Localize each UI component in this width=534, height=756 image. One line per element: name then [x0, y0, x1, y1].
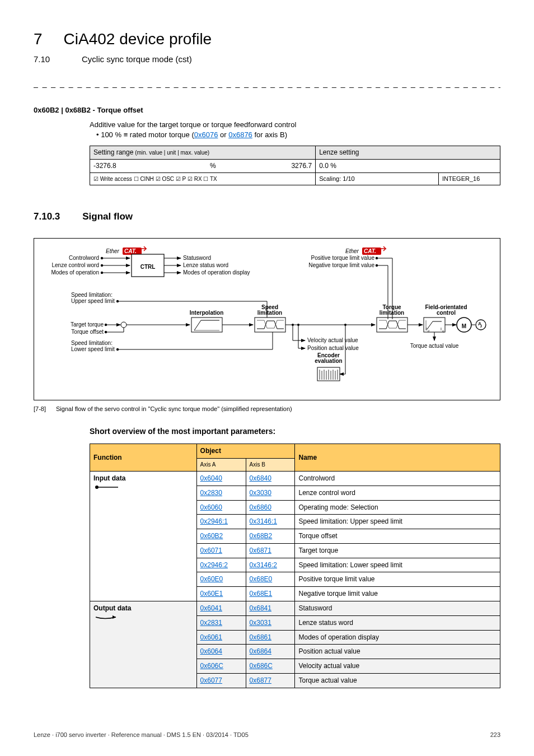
output-data-label: Output data	[93, 604, 131, 612]
svg-rect-49	[377, 318, 407, 332]
label-statusword: Statusword	[183, 255, 211, 261]
label-speed-upper: Upper speed limit	[71, 298, 115, 304]
link-0x6076[interactable]: 0x6076	[194, 130, 218, 139]
section-number: 7.10	[34, 53, 60, 65]
access-flags: ☑ Write access ☐ CINH ☑ OSC ☑ P ☑ RX ☐ T…	[93, 176, 217, 182]
svg-text:q: q	[442, 329, 444, 333]
link-0x6060[interactable]: 0x6060	[200, 503, 222, 511]
link-0x6860[interactable]: 0x6860	[250, 503, 271, 511]
setting-scaling: Scaling: 1/10	[316, 172, 439, 185]
link-0x606C[interactable]: 0x606C	[200, 662, 223, 670]
link-0x6864[interactable]: 0x6864	[250, 647, 271, 655]
link-0x2946:1[interactable]: 0x2946:1	[200, 517, 228, 525]
link-0x2831[interactable]: 0x2831	[200, 619, 222, 627]
svg-rect-28	[255, 318, 285, 332]
bullet-text-post: for axis B)	[252, 130, 287, 139]
label-enc2: evaluation	[315, 358, 342, 364]
param-name: Lenze status word	[295, 615, 500, 630]
subsection-title: Signal flow	[82, 210, 133, 223]
label-foc2: control	[437, 310, 456, 316]
svg-text:CAT.: CAT.	[364, 248, 376, 254]
footer-left: Lenze · i700 servo inverter · Reference …	[34, 731, 249, 739]
footer-pagenum: 223	[490, 731, 500, 739]
subsection-number: 7.10.3	[34, 210, 60, 223]
overview-table: Function Object Name Axis A Axis B Input…	[90, 444, 500, 688]
link-0x3030[interactable]: 0x3030	[250, 489, 271, 497]
label-neg-tq-lim: Negative torque limit value	[308, 262, 374, 268]
chapter-number: 7	[34, 28, 43, 50]
svg-text:d: d	[428, 329, 429, 333]
link-0x6061[interactable]: 0x6061	[200, 633, 222, 641]
param-name: Lenze control word	[295, 486, 500, 500]
param-name: Positive torque limit value	[295, 572, 500, 587]
separator-dashes: _ _ _ _ _ _ _ _ _ _ _ _ _ _ _ _ _ _ _ _ …	[34, 78, 500, 90]
svg-point-63	[95, 486, 99, 489]
param-name: Modes of operation display	[295, 630, 500, 645]
input-data-cell: Input data	[90, 471, 197, 601]
setting-default: 0.0 %	[316, 160, 500, 173]
signal-flow-diagram: Ether CAT. Ether CAT. Controlword Lenze …	[34, 238, 500, 400]
svg-point-31	[292, 324, 294, 326]
settings-table: Setting range (min. value | unit | max. …	[90, 146, 500, 185]
parameter-description-block: Additive value for the target torque or …	[90, 120, 500, 185]
label-controlword: Controlword	[69, 255, 99, 261]
setting-range-label: Setting range	[93, 148, 133, 156]
link-0x686C[interactable]: 0x686C	[250, 662, 273, 670]
link-0x6876[interactable]: 0x6876	[228, 130, 252, 139]
link-0x3031[interactable]: 0x3031	[250, 619, 271, 627]
param-name: Torque actual value	[295, 674, 500, 688]
link-0x6841[interactable]: 0x6841	[250, 604, 271, 612]
parameter-description: Additive value for the target torque or …	[90, 120, 500, 130]
link-0x2946:2[interactable]: 0x2946:2	[200, 561, 228, 569]
label-speed-upper-t: Speed limitation:	[71, 292, 113, 298]
link-0x68B2[interactable]: 0x68B2	[250, 532, 273, 540]
link-0x68E1[interactable]: 0x68E1	[250, 590, 273, 598]
param-name: Target torque	[295, 543, 500, 558]
label-lenze-status: Lenze status word	[183, 262, 228, 268]
svg-text:Ether: Ether	[106, 248, 120, 254]
link-0x60E1[interactable]: 0x60E1	[200, 590, 223, 598]
bullet-text-mid: or	[218, 130, 228, 139]
link-0x6877[interactable]: 0x6877	[250, 676, 271, 684]
link-0x6077[interactable]: 0x6077	[200, 676, 222, 684]
param-name: Torque offset	[295, 529, 500, 544]
label-target-tq: Target torque	[71, 321, 104, 328]
setting-range-header: Setting range (min. value | unit | max. …	[90, 146, 316, 160]
section-title: Cyclic sync torque mode (cst)	[82, 53, 192, 65]
label-speed-lim2: limitation	[257, 310, 282, 316]
setting-range-sub: (min. value | unit | max. value)	[133, 150, 209, 156]
chapter-header: 7 CiA402 device profile	[34, 28, 500, 50]
th-function: Function	[90, 444, 197, 472]
label-speed-lower-t: Speed limitation:	[71, 340, 113, 346]
input-data-label: Input data	[93, 474, 125, 482]
label-modes-op: Modes of operation	[51, 269, 99, 276]
link-0x6064[interactable]: 0x6064	[200, 647, 222, 655]
arrow-out-icon	[93, 613, 121, 621]
link-0x60E0[interactable]: 0x60E0	[200, 575, 223, 583]
link-0x60B2[interactable]: 0x60B2	[200, 532, 223, 540]
section-header: 7.10 Cyclic sync torque mode (cst)	[34, 53, 500, 65]
arrow-in-icon	[93, 483, 121, 491]
link-0x6840[interactable]: 0x6840	[250, 474, 271, 482]
link-0x6041[interactable]: 0x6041	[200, 604, 222, 612]
link-0x2830[interactable]: 0x2830	[200, 489, 222, 497]
page-footer: Lenze · i700 servo inverter · Reference …	[34, 731, 500, 739]
link-0x6871[interactable]: 0x6871	[250, 547, 271, 554]
link-0x6040[interactable]: 0x6040	[200, 474, 222, 482]
bullet-text-pre: • 100 % ≡ rated motor torque (	[96, 130, 194, 139]
svg-text:I: I	[426, 327, 427, 331]
label-tq-actual: Torque actual value	[410, 343, 459, 349]
link-0x3146:1[interactable]: 0x3146:1	[250, 517, 277, 525]
link-0x68E0[interactable]: 0x68E0	[250, 575, 273, 583]
th-axis-b: Axis B	[246, 458, 295, 471]
motor-symbol: M	[462, 323, 466, 329]
link-0x6861[interactable]: 0x6861	[250, 633, 271, 641]
param-name: Negative torque limit value	[295, 587, 500, 601]
label-pos-tq-lim: Positive torque limit value	[311, 255, 375, 261]
param-name: Operating mode: Selection	[295, 500, 500, 515]
link-0x6071[interactable]: 0x6071	[200, 547, 222, 554]
caption-number: [7-8]	[34, 405, 46, 413]
ctrl-box: CTRL	[140, 264, 156, 270]
th-axis-a: Axis A	[196, 458, 246, 471]
link-0x3146:2[interactable]: 0x3146:2	[250, 561, 277, 569]
